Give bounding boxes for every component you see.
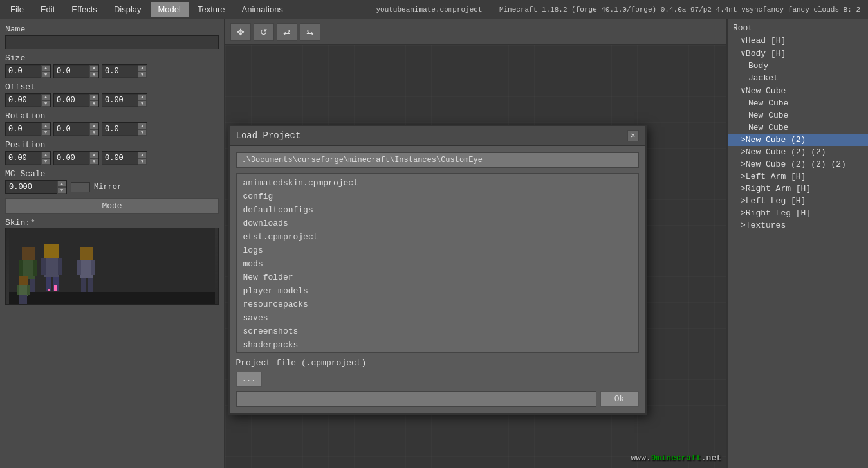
offset-y-spinner[interactable]: ▲ ▼: [89, 94, 98, 107]
offset-y-input[interactable]: [54, 94, 89, 106]
offset-y-down[interactable]: ▼: [89, 100, 98, 107]
tree-item-newcube-2[interactable]: New Cube: [728, 109, 868, 122]
offset-x-up[interactable]: ▲: [41, 94, 50, 100]
rotation-y-up[interactable]: ▲: [89, 123, 98, 129]
rotation-z-up[interactable]: ▲: [138, 123, 147, 129]
offset-x-down[interactable]: ▼: [41, 100, 50, 107]
move-tool-button[interactable]: ✥: [230, 23, 251, 41]
mcscale-input[interactable]: [6, 181, 57, 194]
offset-x-input[interactable]: [6, 94, 41, 106]
name-input[interactable]: [5, 35, 219, 50]
rotation-x-spinner[interactable]: ▲ ▼: [41, 123, 50, 136]
file-list[interactable]: animatedskin.cpmproject config defaultco…: [236, 173, 639, 353]
position-y-spinner[interactable]: ▲ ▼: [89, 152, 98, 165]
tree-item-leftleg[interactable]: >Left Leg [H]: [728, 195, 868, 207]
file-item-config[interactable]: config: [237, 190, 638, 203]
menu-effects[interactable]: Effects: [64, 2, 105, 17]
menu-model[interactable]: Model: [151, 2, 189, 17]
mode-button[interactable]: Mode: [5, 198, 219, 214]
tree-item-textures[interactable]: >Textures: [728, 219, 868, 231]
size-z-up[interactable]: ▲: [138, 65, 147, 71]
mirror-toggle[interactable]: [71, 182, 90, 192]
file-item-screenshots[interactable]: screenshots: [237, 325, 638, 338]
file-item-saves[interactable]: saves: [237, 311, 638, 325]
mcscale-spinner[interactable]: ▲ ▼: [57, 181, 66, 194]
file-item-mods[interactable]: mods: [237, 257, 638, 271]
size-y-input[interactable]: [54, 66, 89, 77]
tree-item-newcube-parent[interactable]: ∨New Cube: [728, 84, 868, 97]
file-item-playermodels[interactable]: player_models: [237, 284, 638, 298]
tree-item-head[interactable]: ∨Head [H]: [728, 34, 868, 47]
rotation-x-input[interactable]: [6, 123, 41, 135]
tree-item-rightleg[interactable]: >Right Leg [H]: [728, 207, 868, 219]
tree-item-rightarm[interactable]: >Right Arm [H]: [728, 183, 868, 195]
offset-y-up[interactable]: ▲: [89, 94, 98, 100]
position-x-down[interactable]: ▼: [41, 158, 50, 165]
tree-item-jacket[interactable]: Jacket: [728, 72, 868, 84]
position-z-down[interactable]: ▼: [138, 158, 147, 165]
size-x-input[interactable]: [6, 66, 41, 77]
tree-item-body-h[interactable]: ∨Body [H]: [728, 47, 868, 60]
file-item-downloads[interactable]: downloads: [237, 217, 638, 230]
menu-file[interactable]: File: [3, 2, 32, 17]
rotation-y-input[interactable]: [54, 123, 89, 135]
position-z-up[interactable]: ▲: [138, 152, 147, 158]
rotation-z-spinner[interactable]: ▲ ▼: [138, 123, 147, 136]
size-z-down[interactable]: ▼: [138, 71, 147, 78]
tree-item-newcube2-2-2[interactable]: >New Cube (2) (2) (2): [728, 158, 868, 170]
menu-texture[interactable]: Texture: [190, 2, 233, 17]
tree-item-root[interactable]: Root: [728, 22, 868, 34]
size-z-input[interactable]: [102, 66, 138, 77]
position-z-spinner[interactable]: ▲ ▼: [138, 152, 147, 165]
rotation-z-input[interactable]: [102, 123, 138, 135]
rotation-x-up[interactable]: ▲: [41, 123, 50, 129]
position-x-spinner[interactable]: ▲ ▼: [41, 152, 50, 165]
size-y-down[interactable]: ▼: [89, 71, 98, 78]
size-x-spinner[interactable]: ▲ ▼: [41, 65, 50, 78]
tree-item-leftarm[interactable]: >Left Arm [H]: [728, 170, 868, 183]
offset-x-spinner[interactable]: ▲ ▼: [41, 94, 50, 107]
rotation-x-down[interactable]: ▼: [41, 129, 50, 136]
offset-z-up[interactable]: ▲: [138, 94, 147, 100]
flip-tool-button[interactable]: ⇄: [277, 23, 297, 41]
file-item-etst[interactable]: etst.cpmproject: [237, 230, 638, 244]
position-y-down[interactable]: ▼: [89, 158, 98, 165]
size-y-spinner[interactable]: ▲ ▼: [89, 65, 98, 78]
file-item-logs[interactable]: logs: [237, 244, 638, 257]
position-y-up[interactable]: ▲: [89, 152, 98, 158]
mcscale-down[interactable]: ▼: [57, 187, 66, 194]
offset-z-input[interactable]: [102, 94, 138, 106]
browse-button[interactable]: ...: [236, 372, 262, 387]
tree-item-body[interactable]: Body: [728, 60, 868, 72]
position-y-input[interactable]: [54, 152, 89, 164]
rotation-z-down[interactable]: ▼: [138, 129, 147, 136]
offset-z-down[interactable]: ▼: [138, 100, 147, 107]
file-item-newfolder[interactable]: New folder: [237, 271, 638, 284]
project-file-input[interactable]: [236, 391, 596, 407]
file-item-resourcepacks[interactable]: resourcepacks: [237, 298, 638, 311]
file-item-shaderpacks[interactable]: shaderpacks: [237, 338, 638, 352]
viewport[interactable]: www.9minecraft.net Load Project ✕: [225, 45, 726, 468]
position-z-input[interactable]: [102, 152, 138, 164]
mirror-tool-button[interactable]: ⇆: [300, 23, 320, 41]
size-z-spinner[interactable]: ▲ ▼: [138, 65, 147, 78]
tree-item-newcube-3[interactable]: New Cube: [728, 122, 868, 134]
file-item-animatedskin[interactable]: animatedskin.cpmproject: [237, 176, 638, 190]
mcscale-up[interactable]: ▲: [57, 181, 66, 187]
ok-button[interactable]: Ok: [600, 391, 639, 407]
menu-animations[interactable]: Animations: [234, 2, 291, 17]
path-input[interactable]: [236, 152, 639, 168]
size-x-up[interactable]: ▲: [41, 65, 50, 71]
tree-item-newcube2-2[interactable]: >New Cube (2) (2): [728, 146, 868, 158]
size-y-up[interactable]: ▲: [89, 65, 98, 71]
offset-z-spinner[interactable]: ▲ ▼: [138, 94, 147, 107]
dialog-close-button[interactable]: ✕: [627, 130, 639, 141]
size-x-down[interactable]: ▼: [41, 71, 50, 78]
file-item-defaultconfigs[interactable]: defaultconfigs: [237, 203, 638, 217]
menu-display[interactable]: Display: [106, 2, 149, 17]
rotation-y-down[interactable]: ▼: [89, 129, 98, 136]
menu-edit[interactable]: Edit: [33, 2, 62, 17]
position-x-up[interactable]: ▲: [41, 152, 50, 158]
tree-item-newcube2[interactable]: >New Cube (2): [728, 134, 868, 146]
rotation-y-spinner[interactable]: ▲ ▼: [89, 123, 98, 136]
